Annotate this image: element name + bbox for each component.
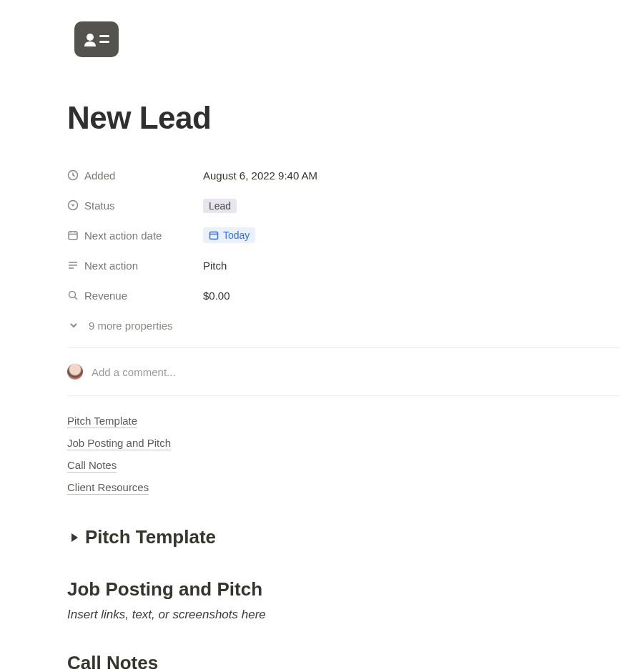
text-lines-icon [67, 260, 79, 271]
property-next-action-date[interactable]: Next action date Today [67, 220, 620, 250]
page-icon[interactable] [74, 21, 119, 57]
heading-call-notes[interactable]: Call Notes [67, 652, 620, 672]
property-value[interactable]: Lead [203, 199, 237, 212]
toc-link-job-posting[interactable]: Job Posting and Pitch [67, 437, 171, 450]
properties-list: Added August 6, 2022 9:40 AM Status Lead… [67, 160, 620, 340]
svg-rect-2 [99, 41, 109, 43]
property-label: Revenue [67, 290, 203, 302]
search-icon [67, 290, 79, 301]
more-properties-label: 9 more properties [89, 320, 173, 332]
property-revenue[interactable]: Revenue $0.00 [67, 280, 620, 310]
chevron-down-icon [69, 320, 79, 330]
triangle-down-icon [67, 199, 79, 211]
property-label-text: Revenue [84, 290, 127, 302]
svg-rect-5 [69, 232, 77, 239]
comment-placeholder: Add a comment... [92, 366, 176, 378]
heading-job-posting[interactable]: Job Posting and Pitch [67, 578, 620, 601]
property-label: Added [67, 169, 203, 182]
property-next-action[interactable]: Next action Pitch [67, 250, 620, 280]
toc-link-call-notes[interactable]: Call Notes [67, 459, 117, 473]
page-title[interactable]: New Lead [67, 100, 620, 136]
calendar-icon [209, 230, 219, 240]
property-label: Next action [67, 260, 203, 272]
heading-pitch-template[interactable]: Pitch Template [85, 526, 216, 548]
svg-point-0 [87, 34, 94, 41]
property-status[interactable]: Status Lead [67, 190, 620, 220]
svg-rect-6 [210, 232, 218, 239]
svg-rect-1 [99, 35, 109, 37]
comment-row[interactable]: Add a comment... [67, 348, 620, 396]
id-card-icon [82, 29, 112, 49]
toggle-pitch-template[interactable]: Pitch Template [67, 526, 620, 548]
property-label-text: Added [84, 169, 115, 182]
date-pill-text: Today [223, 229, 250, 241]
toc-link-pitch-template[interactable]: Pitch Template [67, 415, 137, 428]
property-label: Next action date [67, 229, 203, 242]
property-label: Status [67, 199, 203, 212]
property-added[interactable]: Added August 6, 2022 9:40 AM [67, 160, 620, 190]
property-label-text: Next action [84, 260, 138, 272]
property-value[interactable]: $0.00 [203, 290, 230, 302]
calendar-icon [67, 229, 79, 241]
property-label-text: Next action date [84, 229, 162, 242]
property-value[interactable]: August 6, 2022 9:40 AM [203, 169, 317, 182]
job-posting-hint[interactable]: Insert links, text, or screenshots here [67, 608, 620, 622]
avatar [67, 364, 83, 380]
toc-list: Pitch Template Job Posting and Pitch Cal… [67, 415, 620, 495]
status-tag: Lead [203, 199, 237, 213]
property-label-text: Status [84, 199, 115, 212]
clock-icon [67, 169, 79, 181]
toc-link-client-resources[interactable]: Client Resources [67, 481, 149, 495]
svg-point-7 [69, 292, 76, 298]
caret-right-icon[interactable] [71, 533, 78, 542]
property-value[interactable]: Today [203, 227, 255, 243]
more-properties-toggle[interactable]: 9 more properties [69, 310, 620, 340]
date-pill: Today [203, 227, 255, 243]
property-value[interactable]: Pitch [203, 260, 227, 272]
